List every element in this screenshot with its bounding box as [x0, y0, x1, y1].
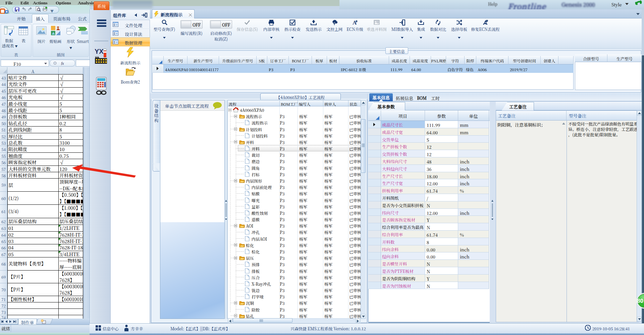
svg-text:A: A — [353, 19, 357, 26]
svg-text:80: 80 — [637, 298, 643, 304]
svg-text:fx: fx — [61, 61, 64, 65]
svg-text:YX: YX — [95, 48, 104, 55]
